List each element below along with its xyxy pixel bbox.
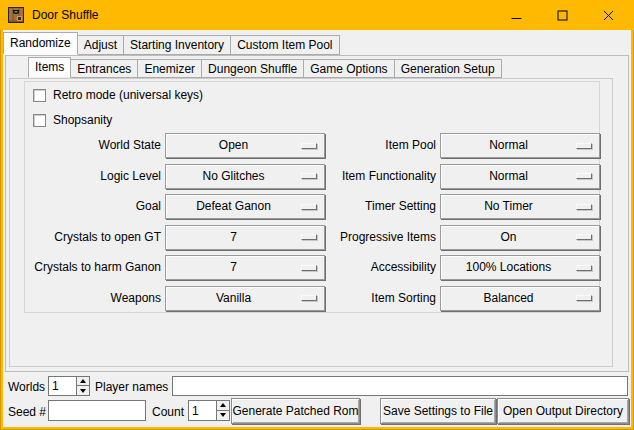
spin-down-button[interactable] bbox=[217, 411, 229, 421]
checkbox-shopsanity[interactable]: Shopsanity bbox=[33, 112, 112, 128]
close-icon bbox=[603, 10, 614, 21]
app-window: Door Shuffle Retro mode (universal keys) bbox=[0, 0, 634, 430]
crystals-gt-label: Crystals to open GT bbox=[25, 225, 161, 250]
open-output-directory-button[interactable]: Open Output Directory bbox=[497, 398, 629, 424]
worlds-spinbox bbox=[48, 376, 90, 396]
arrow-up-icon bbox=[220, 403, 226, 407]
item-sorting-dropdown[interactable]: Balanced bbox=[440, 286, 600, 311]
minimize-button[interactable] bbox=[493, 0, 539, 30]
item-sorting-label: Item Sorting bbox=[265, 286, 436, 311]
tab-dungeon-shuffle[interactable]: Dungeon Shuffle bbox=[201, 59, 304, 78]
accessibility-label: Accessibility bbox=[265, 255, 436, 280]
count-label: Count bbox=[152, 402, 184, 422]
item-settings-groupbox: Retro mode (universal keys) Shopsanity W… bbox=[24, 81, 600, 313]
dropdown-value: No Timer bbox=[441, 195, 576, 218]
worlds-spin-arrows bbox=[76, 377, 89, 395]
window-content: Retro mode (universal keys) Shopsanity W… bbox=[3, 30, 631, 427]
tab-randomize[interactable]: Randomize bbox=[3, 32, 78, 55]
tab-items[interactable]: Items bbox=[28, 57, 71, 78]
items-tab-panel: Retro mode (universal keys) Shopsanity W… bbox=[9, 78, 613, 367]
spin-up-button[interactable] bbox=[77, 377, 89, 386]
window-title: Door Shuffle bbox=[32, 8, 99, 22]
seed-input[interactable] bbox=[48, 400, 146, 421]
world-state-label: World State bbox=[25, 133, 161, 158]
dropdown-value: Normal bbox=[441, 165, 576, 188]
maximize-icon bbox=[557, 10, 568, 21]
accessibility-dropdown[interactable]: 100% Locations bbox=[440, 255, 600, 280]
tab-enemizer[interactable]: Enemizer bbox=[137, 59, 202, 78]
dropdown-value: Normal bbox=[441, 134, 576, 157]
spin-up-button[interactable] bbox=[217, 401, 229, 411]
item-pool-dropdown[interactable]: Normal bbox=[440, 133, 600, 158]
window-controls bbox=[493, 0, 631, 30]
checkbox-retro-mode[interactable]: Retro mode (universal keys) bbox=[33, 87, 203, 103]
seed-label: Seed # bbox=[8, 402, 46, 422]
crystals-ganon-label: Crystals to harm Ganon bbox=[25, 255, 161, 280]
dropdown-indicator-icon bbox=[576, 234, 592, 240]
dropdown-value: 100% Locations bbox=[441, 256, 576, 279]
dropdown-value: On bbox=[441, 226, 576, 249]
player-names-label: Player names bbox=[95, 377, 168, 397]
titlebar[interactable]: Door Shuffle bbox=[0, 0, 634, 30]
count-input[interactable] bbox=[189, 401, 216, 420]
maximize-button[interactable] bbox=[539, 0, 585, 30]
tab-game-options[interactable]: Game Options bbox=[303, 59, 394, 78]
timer-setting-label: Timer Setting bbox=[265, 194, 436, 219]
arrow-up-icon bbox=[80, 379, 86, 383]
dropdown-indicator-icon bbox=[576, 204, 592, 210]
dropdown-indicator-icon bbox=[576, 173, 592, 179]
progressive-items-dropdown[interactable]: On bbox=[440, 225, 600, 250]
dropdown-indicator-icon bbox=[576, 295, 592, 301]
checkbox-icon bbox=[33, 89, 46, 102]
timer-setting-dropdown[interactable]: No Timer bbox=[440, 194, 600, 219]
save-settings-button[interactable]: Save Settings to File bbox=[380, 398, 496, 424]
arrow-down-icon bbox=[80, 389, 86, 393]
progressive-items-label: Progressive Items bbox=[265, 225, 436, 250]
checkbox-icon bbox=[33, 114, 46, 127]
count-spinbox bbox=[188, 400, 230, 421]
item-functionality-label: Item Functionality bbox=[265, 164, 436, 189]
tab-custom-item-pool[interactable]: Custom Item Pool bbox=[230, 35, 339, 55]
player-names-input[interactable] bbox=[172, 376, 628, 396]
weapons-label: Weapons bbox=[25, 286, 161, 311]
logic-level-label: Logic Level bbox=[25, 164, 161, 189]
dropdown-value: Balanced bbox=[441, 287, 576, 310]
minimize-icon bbox=[511, 10, 522, 21]
app-icon bbox=[8, 7, 24, 23]
goal-label: Goal bbox=[25, 194, 161, 219]
dropdown-indicator-icon bbox=[576, 265, 592, 271]
item-pool-label: Item Pool bbox=[265, 133, 436, 158]
tab-starting-inventory[interactable]: Starting Inventory bbox=[123, 35, 231, 55]
worlds-label: Worlds bbox=[8, 377, 45, 397]
close-button[interactable] bbox=[585, 0, 631, 30]
count-spin-arrows bbox=[216, 401, 229, 420]
spin-down-button[interactable] bbox=[77, 386, 89, 395]
randomize-tab-panel: Retro mode (universal keys) Shopsanity W… bbox=[5, 55, 629, 372]
dropdown-indicator-icon bbox=[576, 143, 592, 149]
generate-patched-rom-button[interactable]: Generate Patched Rom bbox=[231, 398, 360, 424]
arrow-down-icon bbox=[220, 413, 226, 417]
checkbox-label: Retro mode (universal keys) bbox=[53, 88, 203, 102]
tab-adjust[interactable]: Adjust bbox=[77, 35, 124, 55]
item-functionality-dropdown[interactable]: Normal bbox=[440, 164, 600, 189]
main-tab-bar: Randomize Adjust Starting Inventory Cust… bbox=[3, 32, 340, 55]
tab-generation-setup[interactable]: Generation Setup bbox=[394, 59, 502, 78]
worlds-input[interactable] bbox=[49, 377, 76, 395]
checkbox-label: Shopsanity bbox=[53, 113, 112, 127]
tab-entrances[interactable]: Entrances bbox=[70, 59, 138, 78]
randomize-sub-tab-bar: Items Entrances Enemizer Dungeon Shuffle… bbox=[28, 57, 502, 78]
